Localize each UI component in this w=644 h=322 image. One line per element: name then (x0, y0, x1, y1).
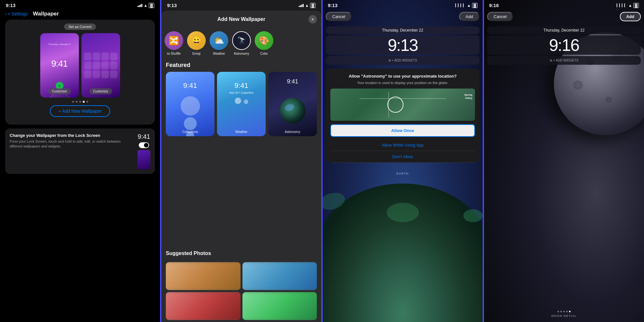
continent-2 (463, 209, 483, 222)
collections-label: Collections (166, 130, 214, 134)
close-button[interactable]: × (308, 15, 317, 24)
wallpaper-previews: Tuesday, January 9 9:41 ♫ Customize (9, 33, 151, 98)
lock-screen-preview[interactable]: Tuesday, January 9 9:41 ♫ Customize (40, 33, 79, 98)
featured-title: Featured (166, 62, 317, 69)
featured-weather[interactable]: 9:41 Nov 20 • Cupertino Weather (217, 72, 266, 136)
ls-dot-4-4 (566, 311, 568, 312)
continent-1 (323, 190, 347, 212)
status-icons-2: ▲ ▓ (299, 3, 316, 8)
add-widgets-label-3: + ADD WIDGETS (392, 59, 417, 62)
add-wallpaper-panel: 9:13 ▲ ▓ Add New Wallpaper × 🔀 to Shuffl… (161, 0, 321, 322)
type-emoji[interactable]: 😀 Emoji (187, 31, 206, 55)
battery-icon-3: ▓ (472, 3, 478, 8)
dot-3 (79, 101, 81, 103)
earth-sphere (323, 184, 483, 322)
plus-icon-4: ⊕ (550, 59, 552, 62)
type-weather-label: Weather (213, 52, 225, 55)
permission-description: Your location is used to display your po… (330, 80, 475, 85)
allow-using-button[interactable]: Allow While Using App (330, 139, 475, 151)
customize-home-button[interactable]: Customize (89, 88, 112, 94)
location-map: Spring Valley (330, 89, 475, 121)
map-city-label: Spring (464, 93, 472, 96)
dot-4 (83, 101, 85, 103)
signal-icon-3: ▎▎▎▎ (455, 4, 466, 7)
suggested-photo-1[interactable] (166, 262, 241, 290)
info-time: 9:41 (138, 133, 150, 140)
info-description: From your Lock Screen, touch and hold to… (10, 139, 134, 149)
wallpaper-type-selector: 🔀 to Shuffle 😀 Emoji ⛅ Weather 🔭 Astrono… (161, 27, 321, 60)
photo-2-bg (242, 262, 317, 290)
back-button[interactable]: ‹ < Settings (5, 11, 28, 16)
add-wallpaper-button[interactable]: + Add New Wallpaper (50, 105, 110, 117)
location-circle (387, 97, 403, 113)
add-button-3[interactable]: Add (459, 12, 479, 21)
type-shuffle-label: to Shuffle (167, 52, 181, 55)
weather-label: Weather (217, 130, 266, 134)
photo-4-bg (242, 292, 317, 320)
lock-time-4: 9:16 (487, 35, 641, 55)
modal-header: Add New Wallpaper × (161, 11, 321, 27)
photo-1-bg (166, 262, 241, 290)
featured-collections[interactable]: 9:41 Collections (166, 72, 214, 136)
featured-grid: 9:41 Collections 9:41 Nov 20 • Cupertino… (166, 72, 317, 136)
add-widgets-4[interactable]: ⊕ + ADD WIDGETS (487, 56, 641, 65)
map-city-label-2: Valley (465, 97, 472, 99)
status-time-4: 9:16 (489, 3, 499, 8)
lock-time-3: 9:13 (326, 35, 479, 55)
status-icons-3: ▎▎▎▎ ▲ ▓ (455, 3, 478, 8)
type-color-label: Color (260, 52, 268, 55)
dont-allow-button[interactable]: Don't Allow (330, 151, 475, 163)
type-weather[interactable]: ⛅ Weather (210, 31, 228, 55)
allow-once-button[interactable]: Allow Once (330, 124, 475, 137)
page-dots-4 (557, 311, 571, 312)
map-road-h (359, 98, 446, 99)
fi-time-1: 9:41 (166, 81, 214, 90)
toggle-switch[interactable] (139, 142, 149, 148)
status-bar-2: 9:13 ▲ ▓ (161, 0, 321, 9)
moon-label: MOON DETAIL (552, 314, 577, 317)
location-permission-dialog: Allow "Astronomy" to use your approximat… (326, 69, 479, 163)
wifi-icon-4: ▲ (628, 3, 632, 8)
bubble1 (181, 96, 200, 116)
set-as-current-button[interactable]: Set as Current (64, 24, 96, 30)
status-icons-1: ▲ ▓ (137, 3, 154, 8)
bubble2 (184, 117, 197, 130)
permission-title: Allow "Astronomy" to use your approximat… (330, 74, 475, 79)
dot-1 (72, 101, 74, 103)
ocean-highlight (387, 203, 419, 222)
type-astronomy-label: Astronomy (234, 52, 249, 55)
crater-3 (573, 80, 583, 90)
earth-label: EARTH (397, 172, 409, 175)
status-time-3: 9:13 (328, 3, 337, 8)
featured-section: Featured 9:41 Collections 9:41 Nov 20 • … (161, 60, 321, 249)
add-button-4[interactable]: Add (620, 12, 641, 21)
type-shuffle[interactable]: 🔀 to Shuffle (165, 31, 183, 55)
cancel-button-4[interactable]: Cancel (487, 12, 513, 21)
astronomy-label: Astronomy (268, 130, 317, 134)
battery-icon-2: ▓ (310, 3, 316, 8)
settings-wallpaper-panel: 9:13 ▲ ▓ ‹ < Settings Wallpaper Set as C… (0, 0, 160, 322)
astronomy-earth-panel: 9:13 ▎▎▎▎ ▲ ▓ Cancel Add Thursday, Decem… (323, 0, 483, 322)
moon-detail-panel: 9:16 ▎▎▎▎ ▲ ▓ Cancel Add Thursday, Decem… (484, 0, 644, 322)
fi-time-2: 9:41 (217, 81, 266, 90)
wifi-icon-2: ▲ (305, 3, 309, 8)
permission-buttons: Allow Once Allow While Using App Don't A… (330, 124, 475, 163)
suggested-photo-4[interactable] (242, 292, 317, 320)
suggested-photo-2[interactable] (242, 262, 317, 290)
home-screen-preview[interactable]: Customize (81, 33, 120, 98)
suggested-title: Suggested Photos (166, 251, 317, 259)
wifi-icon: ▲ (144, 3, 147, 8)
wallpaper-card: Set as Current Tuesday, January 9 9:41 ♫… (5, 20, 155, 125)
cancel-button-3[interactable]: Cancel (326, 12, 352, 21)
featured-astronomy[interactable]: 9:41 Astronomy (268, 72, 317, 136)
add-widgets-3[interactable]: ⊕ + ADD WIDGETS (326, 56, 479, 65)
ls-dot-4-1 (557, 311, 559, 312)
suggested-photo-3[interactable] (166, 292, 241, 320)
type-astronomy[interactable]: 🔭 Astronomy (232, 31, 251, 55)
back-label[interactable]: < Settings (8, 11, 28, 16)
wifi-icon-3: ▲ (467, 3, 471, 8)
top-action-bar-3: Cancel Add (323, 9, 483, 24)
status-bar-1: 9:13 ▲ ▓ (0, 0, 160, 9)
type-color[interactable]: 🎨 Color (255, 31, 273, 55)
customize-lock-button[interactable]: Customize (48, 88, 71, 94)
